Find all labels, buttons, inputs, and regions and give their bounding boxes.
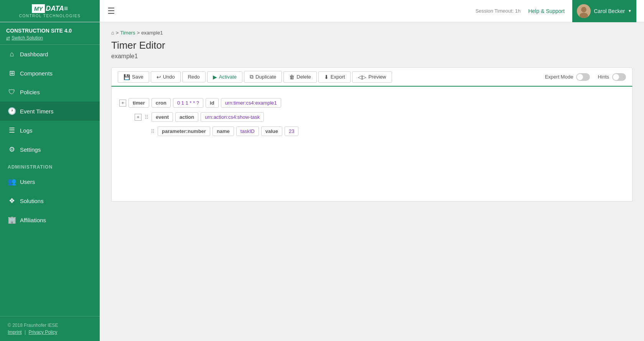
logo-area: MY DATA≡ CONTROL TECHNOLOGIES — [0, 0, 100, 22]
export-icon: ⬇ — [324, 74, 329, 80]
token-taskid[interactable]: taskID — [236, 126, 259, 136]
token-action-value[interactable]: urn:action:cs4:show-task — [201, 112, 264, 122]
site-name: CONSTRUCTION SITE 4.0 — [6, 28, 94, 34]
drag-handle-event[interactable]: ⠿ — [144, 114, 149, 120]
sidebar-item-components[interactable]: ⊞ Components — [0, 64, 100, 83]
timer-row: + timer cron 0 1 1 * * ? id urn:timer:cs… — [119, 98, 624, 108]
expert-mode-label: Expert Mode — [545, 74, 573, 80]
editor-area: + timer cron 0 1 1 * * ? id urn:timer:cs… — [111, 87, 632, 202]
token-event[interactable]: event — [152, 112, 173, 122]
event-timers-icon: 🕐 — [8, 107, 16, 115]
delete-icon: 🗑 — [289, 74, 295, 80]
expert-mode-toggle[interactable] — [576, 73, 590, 81]
imprint-link[interactable]: Imprint — [8, 330, 22, 335]
topbar: MY DATA≡ CONTROL TECHNOLOGIES ☰ Session … — [0, 0, 644, 22]
settings-icon: ⚙ — [8, 145, 16, 154]
preview-button[interactable]: ◁▷ Preview — [352, 71, 392, 83]
token-cron[interactable]: cron — [152, 98, 171, 108]
sidebar-item-event-timers[interactable]: 🕐 Event Timers — [0, 102, 100, 121]
user-menu-chevron: ▼ — [628, 9, 632, 13]
page-subtitle: example1 — [111, 53, 632, 60]
token-value-number[interactable]: 23 — [285, 126, 298, 136]
sidebar-item-affiliations[interactable]: 🏢 Affiliations — [0, 210, 100, 230]
dashboard-icon: ⌂ — [8, 50, 16, 58]
duplicate-icon: ⧉ — [250, 74, 254, 80]
sidebar-item-dashboard[interactable]: ⌂ Dashboard — [0, 45, 100, 64]
page-title: Timer Editor — [111, 39, 632, 51]
token-value[interactable]: value — [261, 126, 282, 136]
token-id[interactable]: id — [206, 98, 219, 108]
switch-icon: ⇄ — [6, 35, 10, 41]
sidebar-item-solutions[interactable]: ❖ Solutions — [0, 191, 100, 210]
save-button[interactable]: 💾 Save — [118, 71, 149, 83]
sidebar: CONSTRUCTION SITE 4.0 ⇄ Switch Solution … — [0, 22, 100, 341]
duplicate-button[interactable]: ⧉ Duplicate — [244, 71, 282, 83]
expand-timer[interactable]: + — [119, 100, 126, 107]
breadcrumb-sep2: > — [137, 30, 140, 36]
token-parameter[interactable]: parameter:number — [158, 126, 210, 136]
token-timer-id[interactable]: urn:timer:cs4:example1 — [221, 98, 281, 108]
logo-subtitle: CONTROL TECHNOLOGIES — [19, 14, 81, 18]
layout: CONSTRUCTION SITE 4.0 ⇄ Switch Solution … — [0, 22, 644, 341]
undo-icon: ↩ — [156, 74, 161, 80]
toolbar: 💾 Save ↩ Undo Redo ▶ Activate ⧉ Duplicat… — [111, 67, 632, 87]
users-icon: 👥 — [8, 177, 16, 186]
hints-group: Hints — [598, 73, 626, 81]
home-icon: ⌂ — [111, 30, 114, 36]
privacy-link[interactable]: Privacy Policy — [29, 330, 58, 335]
user-name-label: Carol Becker — [594, 8, 625, 14]
token-timer[interactable]: timer — [128, 98, 149, 108]
parameter-row: ⠿ parameter:number name taskID value 23 — [150, 126, 624, 136]
sidebar-item-settings[interactable]: ⚙ Settings — [0, 140, 100, 159]
user-menu[interactable]: Carol Becker ▼ — [572, 0, 636, 22]
event-row: + ⠿ event action urn:action:cs4:show-tas… — [135, 112, 624, 122]
save-icon: 💾 — [124, 74, 130, 80]
breadcrumb-sep1: > — [116, 30, 119, 36]
logo-my: MY — [32, 4, 45, 13]
affiliations-icon: 🏢 — [8, 216, 16, 224]
help-support-link[interactable]: Help & Support — [528, 8, 565, 14]
export-button[interactable]: ⬇ Export — [318, 71, 351, 83]
logs-icon: ☰ — [8, 126, 16, 134]
delete-button[interactable]: 🗑 Delete — [283, 71, 317, 83]
switch-solution-button[interactable]: ⇄ Switch Solution — [6, 35, 94, 41]
breadcrumb-current: example1 — [141, 30, 163, 36]
expand-event[interactable]: + — [135, 114, 142, 121]
topbar-right: Session Timeout: 1h Help & Support Carol… — [475, 0, 644, 22]
timer-node: + timer cron 0 1 1 * * ? id urn:timer:cs… — [119, 98, 624, 136]
breadcrumb: ⌂ > Timers > example1 — [111, 30, 632, 36]
hamburger-button[interactable]: ☰ — [100, 6, 123, 16]
drag-handle-param[interactable]: ⠿ — [150, 128, 155, 134]
components-icon: ⊞ — [8, 69, 16, 77]
hints-label: Hints — [598, 74, 609, 80]
avatar — [577, 4, 591, 18]
admin-section-label: ADMINISTRATION — [0, 159, 100, 172]
token-action[interactable]: action — [175, 112, 198, 122]
sidebar-item-policies[interactable]: 🛡 Policies — [0, 83, 100, 102]
undo-button[interactable]: ↩ Undo — [151, 71, 181, 83]
preview-icon: ◁▷ — [358, 74, 366, 80]
policies-icon: 🛡 — [8, 88, 16, 96]
sidebar-item-users[interactable]: 👥 Users — [0, 172, 100, 191]
activate-icon: ▶ — [213, 74, 217, 80]
hints-toggle[interactable] — [612, 73, 626, 81]
svg-point-1 — [581, 7, 586, 12]
sidebar-footer: © 2018 Fraunhofer IESE Imprint | Privacy… — [0, 316, 100, 341]
session-timeout-label: Session Timeout: 1h — [475, 8, 520, 14]
solutions-icon: ❖ — [8, 197, 16, 205]
sidebar-item-logs[interactable]: ☰ Logs — [0, 121, 100, 140]
logo-data: DATA≡ — [46, 5, 68, 13]
activate-button[interactable]: ▶ Activate — [207, 71, 242, 83]
redo-button[interactable]: Redo — [182, 71, 206, 82]
footer-separator: | — [25, 330, 26, 335]
site-info: CONSTRUCTION SITE 4.0 ⇄ Switch Solution — [0, 22, 100, 45]
breadcrumb-timers-link[interactable]: Timers — [120, 30, 135, 36]
expert-mode-group: Expert Mode — [545, 73, 590, 81]
main-content: ⌂ > Timers > example1 Timer Editor examp… — [100, 22, 644, 341]
token-cron-value[interactable]: 0 1 1 * * ? — [173, 98, 203, 108]
token-name[interactable]: name — [212, 126, 234, 136]
